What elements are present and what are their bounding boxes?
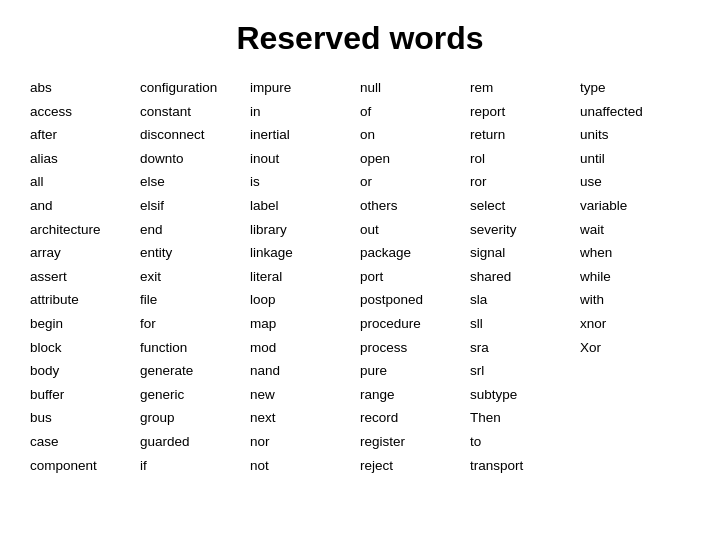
reserved-word: open	[360, 148, 470, 170]
reserved-word: rem	[470, 77, 580, 99]
reserved-word: with	[580, 289, 690, 311]
reserved-word: in	[250, 101, 360, 123]
reserved-word: attribute	[30, 289, 140, 311]
reserved-word: generic	[140, 384, 250, 406]
reserved-word: begin	[30, 313, 140, 335]
reserved-word: assert	[30, 266, 140, 288]
reserved-word: next	[250, 407, 360, 429]
word-column-col4: nullofonopenorothersoutpackageportpostpo…	[360, 77, 470, 476]
reserved-word: sll	[470, 313, 580, 335]
reserved-word: pure	[360, 360, 470, 382]
reserved-word: signal	[470, 242, 580, 264]
reserved-word: map	[250, 313, 360, 335]
reserved-word: access	[30, 101, 140, 123]
reserved-word: procedure	[360, 313, 470, 335]
reserved-word: subtype	[470, 384, 580, 406]
reserved-word: type	[580, 77, 690, 99]
reserved-word: function	[140, 337, 250, 359]
reserved-words-table: absaccessafteraliasallandarchitecturearr…	[30, 77, 690, 476]
reserved-word: after	[30, 124, 140, 146]
reserved-word: entity	[140, 242, 250, 264]
reserved-word: register	[360, 431, 470, 453]
reserved-word: inout	[250, 148, 360, 170]
reserved-word: architecture	[30, 219, 140, 241]
reserved-word: sra	[470, 337, 580, 359]
reserved-word: port	[360, 266, 470, 288]
reserved-word: if	[140, 455, 250, 477]
reserved-word: rol	[470, 148, 580, 170]
reserved-word: of	[360, 101, 470, 123]
reserved-word: component	[30, 455, 140, 477]
reserved-word: shared	[470, 266, 580, 288]
reserved-word: severity	[470, 219, 580, 241]
reserved-word: impure	[250, 77, 360, 99]
reserved-word: unaffected	[580, 101, 690, 123]
reserved-word: group	[140, 407, 250, 429]
reserved-word: null	[360, 77, 470, 99]
word-column-col3: impureininertialinoutislabellibrarylinka…	[250, 77, 360, 476]
reserved-word: units	[580, 124, 690, 146]
reserved-word: sla	[470, 289, 580, 311]
reserved-word: constant	[140, 101, 250, 123]
reserved-word: while	[580, 266, 690, 288]
word-column-col1: absaccessafteraliasallandarchitecturearr…	[30, 77, 140, 476]
reserved-word: others	[360, 195, 470, 217]
reserved-word: inertial	[250, 124, 360, 146]
reserved-word: or	[360, 171, 470, 193]
reserved-word: downto	[140, 148, 250, 170]
reserved-word: variable	[580, 195, 690, 217]
reserved-word: nor	[250, 431, 360, 453]
reserved-word: array	[30, 242, 140, 264]
reserved-word: all	[30, 171, 140, 193]
reserved-word: and	[30, 195, 140, 217]
reserved-word: on	[360, 124, 470, 146]
reserved-word: select	[470, 195, 580, 217]
reserved-word: buffer	[30, 384, 140, 406]
reserved-word: block	[30, 337, 140, 359]
reserved-word: range	[360, 384, 470, 406]
reserved-word: file	[140, 289, 250, 311]
reserved-word: record	[360, 407, 470, 429]
reserved-word: when	[580, 242, 690, 264]
reserved-word: ror	[470, 171, 580, 193]
word-column-col6: typeunaffectedunitsuntilusevariablewaitw…	[580, 77, 690, 476]
reserved-word: body	[30, 360, 140, 382]
reserved-word: xnor	[580, 313, 690, 335]
reserved-word: bus	[30, 407, 140, 429]
reserved-word: abs	[30, 77, 140, 99]
reserved-word: elsif	[140, 195, 250, 217]
word-column-col2: configurationconstantdisconnectdowntoels…	[140, 77, 250, 476]
word-column-col5: remreportreturnrolrorselectseveritysigna…	[470, 77, 580, 476]
reserved-word: srl	[470, 360, 580, 382]
reserved-word: else	[140, 171, 250, 193]
reserved-word: disconnect	[140, 124, 250, 146]
reserved-word: new	[250, 384, 360, 406]
reserved-word: reject	[360, 455, 470, 477]
reserved-word: out	[360, 219, 470, 241]
reserved-word: Then	[470, 407, 580, 429]
reserved-word: use	[580, 171, 690, 193]
reserved-word: postponed	[360, 289, 470, 311]
reserved-word: report	[470, 101, 580, 123]
reserved-word: Xor	[580, 337, 690, 359]
reserved-word: generate	[140, 360, 250, 382]
reserved-word: package	[360, 242, 470, 264]
reserved-word: guarded	[140, 431, 250, 453]
reserved-word: mod	[250, 337, 360, 359]
reserved-word: alias	[30, 148, 140, 170]
reserved-word: end	[140, 219, 250, 241]
reserved-word: is	[250, 171, 360, 193]
reserved-word: wait	[580, 219, 690, 241]
reserved-word: until	[580, 148, 690, 170]
reserved-word: loop	[250, 289, 360, 311]
reserved-word: case	[30, 431, 140, 453]
reserved-word: library	[250, 219, 360, 241]
reserved-word: to	[470, 431, 580, 453]
reserved-word: for	[140, 313, 250, 335]
reserved-word: process	[360, 337, 470, 359]
page-title: Reserved words	[30, 20, 690, 57]
reserved-word: linkage	[250, 242, 360, 264]
reserved-word: configuration	[140, 77, 250, 99]
reserved-word: label	[250, 195, 360, 217]
reserved-word: exit	[140, 266, 250, 288]
